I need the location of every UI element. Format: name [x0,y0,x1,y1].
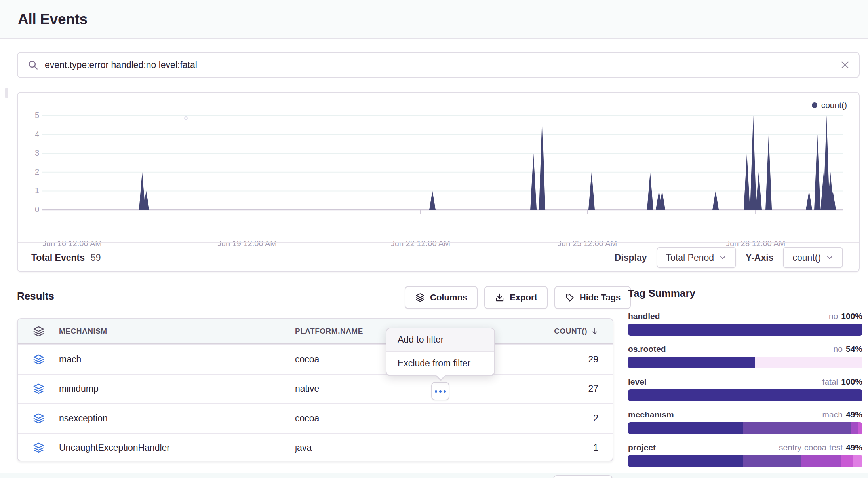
table-row[interactable]: minidump native 27 [18,374,613,404]
yaxis-dropdown[interactable]: count() [783,247,843,268]
tag-top-percent: 100% [841,377,862,387]
results-table: MECHANISM PLATFORM.NAME COUNT() mach coc… [17,318,613,461]
tag-name: handled [628,311,660,321]
columns-button-label: Columns [430,292,467,303]
events-chart-card: count() 012345 Jun 16 12:00 AMJun 19 12:… [17,92,860,272]
stack-icon-blue [18,442,59,454]
cell-count: 1 [461,442,613,453]
menu-item-add-to-filter[interactable]: Add to filter [386,328,494,352]
y-axis-tick: 0 [18,205,39,214]
stack-icon-blue [18,353,59,366]
tag-top-percent: 49% [846,443,862,452]
stack-icon-blue [18,383,59,395]
yaxis-value: count() [792,252,821,263]
y-axis-tick: 4 [18,130,39,139]
display-value: Total Period [666,252,714,263]
tag-block-project[interactable]: project sentry-cocoa-test 49% [628,443,862,467]
results-heading: Results [17,290,54,302]
tag-block-mechanism[interactable]: mechanism mach 49% [628,410,862,434]
total-events-value: 59 [91,252,101,263]
hide-tags-button[interactable]: Hide Tags [554,286,631,309]
tag-top-value: mach [822,410,843,419]
legend-dot-icon [812,102,817,108]
count-header-label: COUNT() [554,327,587,336]
tag-distribution-bar[interactable] [628,455,862,467]
chevron-down-icon [719,254,727,262]
yaxis-label: Y-Axis [746,252,773,263]
y-axis-tick: 3 [18,148,39,157]
stack-icon-blue [18,412,59,425]
cell-count: 27 [461,383,613,394]
tag-block-handled[interactable]: handled no 100% [628,311,862,336]
tag-block-os-rooted[interactable]: os.rooted no 54% [628,344,862,368]
pagination-button-partial[interactable] [553,475,613,478]
columns-button[interactable]: Columns [405,286,478,309]
sort-desc-icon [590,327,599,336]
table-row[interactable]: nsexception cocoa 2 [18,403,613,433]
table-row[interactable]: mach cocoa 29 [18,344,613,374]
display-dropdown[interactable]: Total Period [657,247,736,268]
menu-item-exclude-from-filter[interactable]: Exclude from filter [386,352,494,375]
download-icon [495,292,505,303]
results-toolbar: Columns Export Hide Tags [405,286,631,309]
cell-mechanism: nsexception [59,413,295,424]
page-title: All Events [18,11,88,28]
total-events-label: Total Events [31,252,85,263]
y-axis-tick: 2 [18,167,39,176]
tag-icon [565,292,575,303]
clear-search-icon[interactable] [840,60,850,70]
cell-actions-button[interactable] [431,382,449,400]
column-header-mechanism[interactable]: MECHANISM [59,327,295,336]
table-header-row: MECHANISM PLATFORM.NAME COUNT() [18,319,613,344]
search-icon [27,59,38,70]
cell-mechanism: mach [59,354,295,365]
legend-label: count() [821,101,847,110]
tag-top-percent: 49% [846,410,862,419]
tag-name: level [628,377,647,387]
chart-legend: count() [812,101,847,110]
tag-name: project [628,443,656,452]
tag-name: mechanism [628,410,674,419]
cell-count: 2 [461,413,613,424]
chevron-down-icon [826,254,834,262]
display-label: Display [615,252,647,263]
tag-top-value: no [829,311,838,321]
layers-icon [415,292,425,303]
search-input[interactable]: event.type:error handled:no level:fatal [45,60,840,70]
cell-mechanism: minidump [59,383,295,394]
stack-icon [18,325,59,338]
export-button-label: Export [510,292,537,303]
tag-summary-panel: Tag Summary handled no 100% os.rooted no… [628,287,862,476]
y-axis-tick: 5 [18,111,39,120]
top-bar: All Events [0,0,868,39]
cell-platform: cocoa [295,413,461,424]
page-bottom-strip [0,473,868,478]
tag-name: os.rooted [628,344,666,354]
tag-block-level[interactable]: level fatal 100% [628,377,862,401]
tag-distribution-bar[interactable] [628,422,862,434]
stray-data-point [184,116,188,120]
tag-top-value: fatal [822,377,838,387]
y-axis-tick: 1 [18,186,39,195]
cell-actions-menu: Add to filter Exclude from filter [386,328,495,376]
panel-resize-handle[interactable] [5,88,8,98]
search-bar[interactable]: event.type:error handled:no level:fatal [17,52,860,78]
tag-distribution-bar[interactable] [628,389,862,401]
tag-top-percent: 100% [841,311,862,321]
table-row[interactable]: UncaughtExceptionHandler java 1 [18,433,613,462]
tag-distribution-bar[interactable] [628,357,862,368]
cell-mechanism: UncaughtExceptionHandler [59,442,295,453]
chart-footer: Total Events 59 Display Total Period Y-A… [18,242,859,272]
events-chart[interactable] [42,116,843,215]
cell-platform: java [295,442,461,453]
all-events-page: All Events event.type:error handled:no l… [0,0,868,478]
tag-distribution-bar[interactable] [628,324,862,336]
export-button[interactable]: Export [484,286,548,309]
tag-top-percent: 54% [846,344,862,354]
tag-top-value: no [834,344,843,354]
tag-summary-heading: Tag Summary [628,287,862,300]
hide-tags-button-label: Hide Tags [580,292,621,303]
tag-top-value: sentry-cocoa-test [779,443,843,452]
